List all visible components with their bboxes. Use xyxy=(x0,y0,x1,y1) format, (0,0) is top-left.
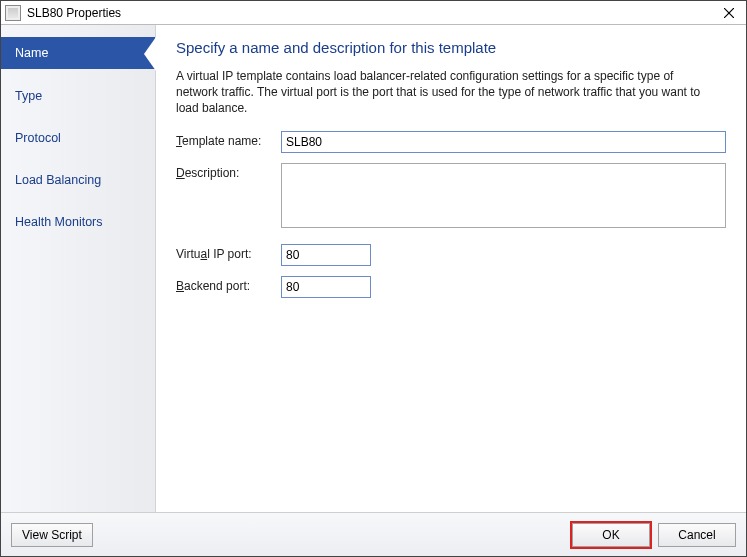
template-name-input[interactable] xyxy=(281,131,726,153)
sidebar-item-protocol[interactable]: Protocol xyxy=(1,123,155,153)
ok-button[interactable]: OK xyxy=(572,523,650,547)
page-heading: Specify a name and description for this … xyxy=(176,39,726,56)
row-virtual-ip-port: Virtual IP port: xyxy=(176,244,726,266)
titlebar: SLB80 Properties xyxy=(1,1,746,25)
label-template-name: Template name: xyxy=(176,131,281,148)
row-template-name: Template name: xyxy=(176,131,726,153)
window-icon xyxy=(5,5,21,21)
window-title: SLB80 Properties xyxy=(27,6,716,20)
main-panel: Specify a name and description for this … xyxy=(156,25,746,512)
backend-port-input[interactable] xyxy=(281,276,371,298)
sidebar-item-type[interactable]: Type xyxy=(1,81,155,111)
window-body: Name Type Protocol Load Balancing Health… xyxy=(1,25,746,512)
footer: View Script OK Cancel xyxy=(1,512,746,556)
description-input[interactable] xyxy=(281,163,726,228)
view-script-button[interactable]: View Script xyxy=(11,523,93,547)
window-frame: SLB80 Properties Name Type Protocol Load… xyxy=(0,0,747,557)
label-virtual-ip-port: Virtual IP port: xyxy=(176,244,281,261)
label-description: Description: xyxy=(176,163,281,180)
sidebar: Name Type Protocol Load Balancing Health… xyxy=(1,25,156,512)
cancel-button[interactable]: Cancel xyxy=(658,523,736,547)
sidebar-item-health-monitors[interactable]: Health Monitors xyxy=(1,207,155,237)
label-backend-port: Backend port: xyxy=(176,276,281,293)
intro-text: A virtual IP template contains load bala… xyxy=(176,68,716,117)
close-button[interactable] xyxy=(716,2,742,24)
sidebar-item-load-balancing[interactable]: Load Balancing xyxy=(1,165,155,195)
sidebar-item-name[interactable]: Name xyxy=(1,37,155,69)
row-description: Description: xyxy=(176,163,726,228)
virtual-ip-port-input[interactable] xyxy=(281,244,371,266)
row-backend-port: Backend port: xyxy=(176,276,726,298)
close-icon xyxy=(724,8,734,18)
